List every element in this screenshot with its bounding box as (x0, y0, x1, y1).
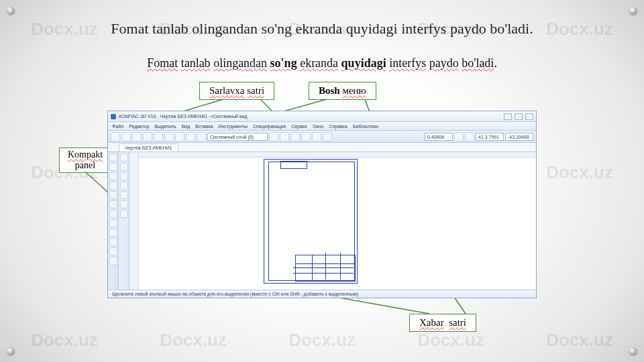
maximize-button[interactable] (515, 113, 523, 120)
compact-panel (108, 152, 119, 290)
toolbar-button[interactable] (301, 132, 311, 141)
callout-text: Bosh (319, 85, 340, 96)
panel-button[interactable] (109, 238, 117, 246)
subtitle-word: bo'ladi (462, 56, 494, 70)
drawing-page (264, 159, 358, 284)
corner-dot-bl (7, 347, 15, 355)
menu-item[interactable]: Справка (329, 124, 347, 129)
menu-item[interactable]: Вставка (195, 124, 213, 129)
panel-button[interactable] (109, 182, 117, 190)
subtitle-word: Fomat (147, 56, 178, 70)
watermark-row: Docx.uz Docx.uz Docx.uz Docx.uz Docx.uz (0, 330, 644, 351)
callout-text: Kompakt (68, 149, 103, 160)
menu-item[interactable]: Выделить (154, 124, 176, 129)
coord-field[interactable]: 0.40906 (425, 133, 453, 141)
panel-button[interactable] (109, 210, 117, 218)
scale-field[interactable]: 41.3.7591 (476, 133, 504, 141)
panel-button[interactable] (109, 154, 117, 162)
menu-item[interactable]: Вид (182, 124, 191, 129)
corner-dot-br (629, 347, 637, 355)
panel-button[interactable] (109, 247, 117, 255)
menu-item[interactable]: Инструменты (218, 124, 248, 129)
app-title: КОМПАС-3D V16 - Чертеж БЕЗ ИМЕНИ1 ->Сист… (119, 114, 248, 119)
callout-xabar: Xabar satri (409, 314, 476, 332)
toolbar-button[interactable] (121, 132, 131, 141)
panel-button[interactable] (120, 200, 128, 208)
callout-text: Sarlavxa (209, 85, 244, 96)
toolbar-button[interactable] (323, 132, 332, 141)
watermark: Docx.uz (288, 330, 356, 351)
scale-field[interactable]: -43.20400 (505, 133, 533, 141)
panel-button[interactable] (109, 229, 117, 237)
subtitle-word: olingandan (213, 56, 267, 70)
corner-dot-tl (7, 7, 15, 15)
subtitle-word: so'ng (270, 56, 297, 70)
ruler-horizontal (139, 152, 536, 158)
ruler-vertical (129, 152, 139, 290)
subtitle-word: tanlab (181, 56, 211, 70)
panel-button[interactable] (120, 172, 128, 180)
document-tab[interactable]: Чертеж БЕЗ ИМЕНИ1 (119, 143, 178, 152)
toolbar-button[interactable] (312, 132, 321, 141)
menu-item[interactable]: Редактор (129, 124, 149, 129)
panel-button[interactable] (120, 163, 128, 171)
menu-item[interactable]: Файл (112, 124, 123, 129)
title-block (295, 255, 356, 282)
panel-button[interactable] (109, 200, 117, 208)
watermark: Docx.uz (546, 162, 613, 183)
subtitle-word: quyidagi (341, 56, 386, 70)
minimize-button[interactable] (504, 113, 512, 120)
toolbar-button[interactable] (186, 132, 195, 141)
panel-button[interactable] (120, 191, 128, 199)
toolbar-button[interactable] (111, 132, 120, 141)
callout-sarlavxa: Sarlavxa satri (199, 82, 274, 100)
watermark: Docx.uz (31, 330, 98, 351)
close-button[interactable] (525, 113, 533, 120)
slide: Docx.uz Docx.uz Docx.uz Docx.uz Docx.uz … (0, 0, 644, 362)
toolbar-button[interactable] (290, 132, 300, 141)
menu-item[interactable]: Окно (313, 124, 323, 129)
callout-text: panel (75, 160, 95, 170)
panel-button[interactable] (120, 182, 128, 190)
app-menubar: Файл Редактор Выделить Вид Вставка Инстр… (108, 122, 536, 131)
panel-button[interactable] (109, 163, 117, 171)
menu-item[interactable]: Библиотеки (353, 124, 378, 129)
toolbar-button[interactable] (164, 132, 174, 141)
menu-item[interactable]: Спецификация (253, 124, 286, 129)
toolbar-button[interactable] (132, 132, 142, 141)
app-logo-icon (111, 114, 116, 119)
toolbar-button[interactable] (175, 132, 184, 141)
tool-panel (119, 152, 129, 290)
watermark: Docx.uz (160, 330, 227, 351)
toolbar-button[interactable] (269, 132, 278, 141)
panel-button[interactable] (120, 210, 128, 218)
callout-text: меню (342, 85, 366, 96)
panel-button[interactable] (109, 257, 117, 265)
watermark: Docx.uz (417, 330, 484, 351)
panel-button[interactable] (109, 219, 117, 227)
menu-item[interactable]: Сервис (291, 124, 307, 129)
drawing-mark (280, 161, 307, 169)
callout-text: satri (449, 317, 466, 328)
panel-button[interactable] (120, 154, 128, 162)
app-titlebar[interactable]: КОМПАС-3D V16 - Чертеж БЕЗ ИМЕНИ1 ->Сист… (108, 111, 536, 122)
toolbar-button[interactable] (280, 132, 289, 141)
subtitle-word: paydo (429, 56, 459, 70)
toolbar-button[interactable] (197, 132, 206, 141)
toolbar-button[interactable] (454, 132, 464, 141)
panel-button[interactable] (109, 191, 117, 199)
slide-title: Fomat tanlab olingandan so'ng ekranda qu… (0, 20, 644, 38)
callout-text: satri (247, 85, 264, 96)
layer-field[interactable]: Системный слой (0) (207, 133, 268, 141)
app-window: КОМПАС-3D V16 - Чертеж БЕЗ ИМЕНИ1 ->Сист… (107, 111, 537, 298)
panel-button[interactable] (109, 172, 117, 180)
watermark: Docx.uz (546, 330, 613, 351)
toolbar-button[interactable] (154, 132, 163, 141)
toolbar-button[interactable] (143, 132, 152, 141)
subtitle-word: ekranda (300, 56, 338, 70)
subtitle-dot: . (494, 56, 497, 70)
subtitle-word: interfys (389, 56, 426, 70)
toolbar-button[interactable] (465, 132, 474, 141)
work-area[interactable] (129, 152, 536, 290)
slide-subtitle: Fomat tanlab olingandan so'ng ekranda qu… (0, 56, 644, 70)
